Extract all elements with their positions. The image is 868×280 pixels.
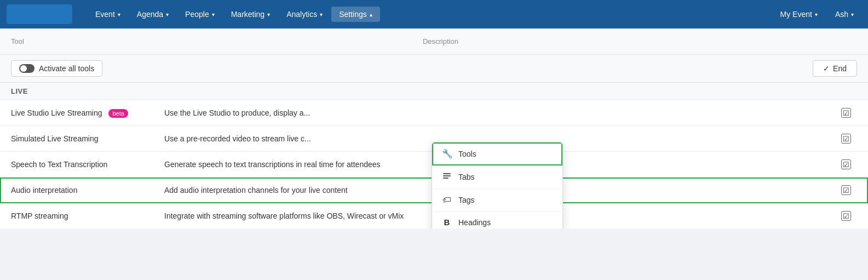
tool-name: Live Studio Live Streaming [11,108,102,117]
nav-right-items: My Event ▾ Ash ▾ [773,7,861,22]
nav-item-people[interactable]: People ▾ [177,7,222,22]
checkbox-icon[interactable]: ☑ [841,108,851,118]
nav-menu: Event ▾ Agenda ▾ People ▾ Marketing ▾ An… [88,7,773,22]
checkbox-icon[interactable]: ☑ [841,211,851,221]
nav-item-settings[interactable]: Settings ▴ [331,7,380,22]
table-header-desc: Description [423,37,458,45]
dropdown-item-tools[interactable]: 🔧 Tools [432,142,562,165]
activate-all-tools-button[interactable]: Activate all tools [11,60,102,77]
main-content: Tool Description Activate all tools ✓ En… [0,28,868,228]
table-header-row: Tool Description [0,28,868,55]
nav-item-my-event[interactable]: My Event ▾ [773,7,825,22]
chevron-down-icon: ▾ [851,12,854,18]
section-live-label: LIVE [0,83,868,100]
nav-item-agenda-label: Agenda [137,10,163,19]
nav-logo [7,0,83,28]
activate-all-tools-label: Activate all tools [39,64,94,73]
end-button[interactable]: ✓ End [813,60,857,77]
top-navigation: Event ▾ Agenda ▾ People ▾ Marketing ▾ An… [0,0,868,28]
checkbox-icon[interactable]: ☑ [841,134,851,144]
dropdown-item-headings-label: Headings [458,218,553,227]
tag-icon: 🏷 [442,195,452,205]
chevron-up-icon: ▴ [370,12,372,18]
settings-dropdown-menu: 🔧 Tools Tabs 🏷 Tags B Headings [432,142,563,228]
table-header-text: Tool [11,37,24,45]
chevron-down-icon: ▾ [166,12,169,18]
nav-item-marketing[interactable]: Marketing ▾ [223,7,278,22]
checkbox-icon[interactable]: ☑ [841,159,851,169]
dropdown-item-tools-label: Tools [458,150,553,158]
svg-rect-0 [443,173,451,174]
toggle-icon [19,64,35,73]
row-checkbox[interactable]: ☑ [824,178,868,203]
nav-item-event-label: Event [95,10,115,19]
chevron-down-icon: ▾ [815,12,818,18]
row-name: Simulated Live Streaming [0,126,153,152]
nav-item-ash-label: Ash [835,10,848,19]
chevron-down-icon: ▾ [267,12,270,18]
nav-item-my-event-label: My Event [780,10,812,19]
table-row: Live Studio Live Streaming beta Use the … [0,100,868,126]
tabs-icon [442,172,452,182]
row-name: Live Studio Live Streaming beta [0,100,153,126]
chevron-down-icon: ▾ [212,12,215,18]
nav-item-ash[interactable]: Ash ▾ [827,7,861,22]
nav-item-event[interactable]: Event ▾ [88,7,128,22]
dropdown-item-tags[interactable]: 🏷 Tags [432,189,562,212]
nav-item-settings-label: Settings [339,10,367,19]
row-checkbox[interactable]: ☑ [824,126,868,152]
row-checkbox[interactable]: ☑ [824,203,868,229]
row-desc: Use the Live Studio to produce, display … [153,100,824,126]
dropdown-item-headings[interactable]: B Headings [432,212,562,228]
chevron-down-icon: ▾ [320,12,323,18]
tools-table-wrapper: LIVE Live Studio Live Streaming beta Use… [0,83,868,228]
dropdown-item-tags-label: Tags [458,196,553,204]
end-label: End [833,64,847,73]
row-name: RTMP streaming [0,203,153,229]
section-live: LIVE [0,83,868,100]
heading-icon: B [442,218,452,227]
nav-item-marketing-label: Marketing [231,10,265,19]
row-name: Audio interpretation [0,178,153,203]
svg-rect-1 [443,175,451,176]
row-checkbox[interactable]: ☑ [824,100,868,126]
row-name: Speech to Text Transcription [0,152,153,178]
nav-item-analytics-label: Analytics [286,10,317,19]
nav-item-agenda[interactable]: Agenda ▾ [129,7,176,22]
checkbox-icon[interactable]: ☑ [841,185,851,195]
checkmark-icon: ✓ [823,64,830,73]
beta-badge: beta [108,109,128,118]
chevron-down-icon: ▾ [118,12,120,18]
logo-image [7,4,72,24]
nav-item-people-label: People [185,10,209,19]
dropdown-item-tabs[interactable]: Tabs [432,165,562,189]
row-checkbox[interactable]: ☑ [824,152,868,178]
svg-rect-2 [443,178,449,179]
toolbar: Activate all tools ✓ End [0,55,868,83]
nav-item-analytics[interactable]: Analytics ▾ [279,7,330,22]
wrench-icon: 🔧 [442,148,452,159]
dropdown-item-tabs-label: Tabs [458,173,553,181]
